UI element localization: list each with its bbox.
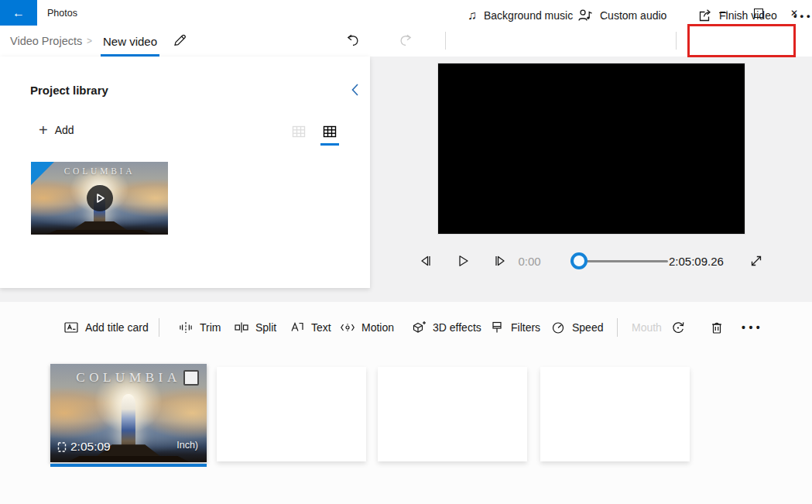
clip-duration-badge: 2:05:09 (57, 440, 111, 454)
rotate-icon (670, 320, 686, 335)
toolbar-divider (676, 32, 677, 50)
breadcrumb-video-projects[interactable]: Video Projects (10, 26, 82, 57)
video-preview-screen[interactable] (438, 63, 745, 234)
add-title-card-button[interactable]: Add title card (63, 317, 149, 338)
ellipsis-icon: ••• (793, 10, 812, 22)
fullscreen-button[interactable] (745, 250, 767, 272)
trim-button[interactable]: Trim (178, 317, 221, 338)
plus-icon: + (39, 122, 48, 138)
next-frame-icon (492, 253, 508, 269)
seek-bar-thumb[interactable] (570, 252, 588, 269)
filters-icon (489, 320, 505, 335)
edit-toolbar-divider (617, 318, 618, 337)
list-view-icon (291, 124, 307, 139)
finish-video-button[interactable]: Finish video (697, 0, 777, 31)
app-title: Photos (47, 0, 77, 26)
undo-icon (345, 33, 361, 48)
back-arrow-icon: ← (12, 6, 25, 20)
title-bar: ← Photos ✕ (0, 0, 812, 26)
pencil-icon (172, 33, 187, 48)
chevron-left-icon (349, 83, 361, 97)
edit-toolbar-divider (159, 318, 159, 337)
3d-effects-label: 3D effects (433, 321, 481, 334)
export-share-icon (697, 8, 712, 23)
disabled-tool-label: Mouth (632, 317, 662, 338)
columbia-caption: COLUMBIA (31, 166, 168, 176)
breadcrumb-separator: > (87, 26, 92, 57)
3d-effects-button[interactable]: 3D effects (411, 317, 481, 338)
title-card-icon (63, 320, 79, 335)
next-frame-button[interactable] (489, 250, 511, 272)
undo-button[interactable] (345, 33, 361, 48)
photos-app-window: ← Photos ✕ Video Projects > New video (0, 0, 812, 504)
trash-icon (709, 320, 725, 335)
music-note-icon: ♫ (468, 9, 477, 22)
toolbar-divider (445, 32, 446, 50)
grid-view-icon (322, 124, 337, 139)
motion-button[interactable]: Motion (340, 317, 394, 338)
pedestal-base (67, 456, 190, 462)
speed-button[interactable]: Speed (550, 317, 603, 338)
elapsed-time: 0:00 (514, 255, 545, 268)
collapse-panel-button[interactable] (347, 81, 364, 98)
text-label: Text (311, 321, 331, 334)
split-icon (234, 320, 249, 335)
grid-view-selected-indicator (320, 143, 339, 146)
3d-cube-icon (411, 320, 427, 335)
statue-figure (122, 394, 135, 447)
text-button[interactable]: Text (290, 317, 331, 338)
rotate-button[interactable] (670, 317, 686, 338)
clip-duration-text: 2:05:09 (70, 440, 111, 454)
play-icon (93, 191, 107, 205)
pedestal-base (46, 230, 152, 235)
finish-video-label: Finish video (719, 9, 777, 22)
see-more-button[interactable]: ••• (793, 0, 812, 31)
timeline-empty-slot[interactable] (378, 367, 527, 461)
previous-frame-icon (418, 253, 433, 269)
project-library-panel: Project library + Add (0, 57, 370, 288)
clip-selected-indicator (50, 464, 207, 467)
list-view-toggle[interactable] (291, 124, 307, 139)
clip-duration-icon (57, 441, 67, 453)
mouth-label: Mouth (632, 321, 662, 334)
person-audio-icon (577, 8, 593, 23)
redo-icon (398, 33, 413, 48)
ellipsis-icon: ••• (742, 321, 763, 334)
trim-icon (178, 320, 194, 335)
grid-view-toggle-selected[interactable] (322, 124, 337, 139)
clip-note-text: Inch) (176, 440, 198, 451)
timeline-empty-slot[interactable] (540, 367, 690, 461)
add-title-card-label: Add title card (85, 321, 149, 334)
motion-label: Motion (361, 321, 394, 334)
total-duration: 2:05:09.26 (669, 255, 726, 268)
custom-audio-button[interactable]: Custom audio (577, 0, 666, 31)
add-label: Add (55, 124, 74, 136)
library-video-thumbnail[interactable]: COLUMBIA (31, 162, 168, 235)
timeline-clip-columbia[interactable]: COLUMBIA 2:05:09 Inch) (50, 364, 207, 462)
filters-button[interactable]: Filters (489, 317, 540, 338)
clip-select-checkbox[interactable] (183, 370, 199, 386)
statue-pedestal (67, 221, 132, 231)
split-label: Split (255, 321, 276, 334)
fullscreen-icon (749, 253, 764, 269)
split-button[interactable]: Split (234, 317, 276, 338)
add-media-button[interactable]: + Add (39, 121, 74, 139)
project-library-title: Project library (30, 84, 108, 97)
trim-label: Trim (200, 321, 221, 334)
background-music-label: Background music (484, 9, 573, 22)
custom-audio-label: Custom audio (600, 9, 666, 22)
play-overlay-button[interactable] (87, 185, 113, 211)
motion-icon (340, 320, 355, 335)
play-button[interactable] (452, 250, 474, 272)
timeline-more-button[interactable]: ••• (742, 317, 763, 338)
background-music-button[interactable]: ♫ Background music (468, 0, 573, 31)
redo-button-disabled[interactable] (398, 33, 413, 48)
delete-clip-button[interactable] (709, 317, 725, 338)
back-button[interactable]: ← (0, 0, 37, 26)
breadcrumb-current-project[interactable]: New video (101, 28, 159, 57)
filters-label: Filters (511, 321, 540, 334)
text-icon (290, 320, 305, 335)
previous-frame-button[interactable] (415, 250, 437, 272)
rename-project-button[interactable] (172, 33, 187, 48)
timeline-empty-slot[interactable] (217, 367, 366, 461)
